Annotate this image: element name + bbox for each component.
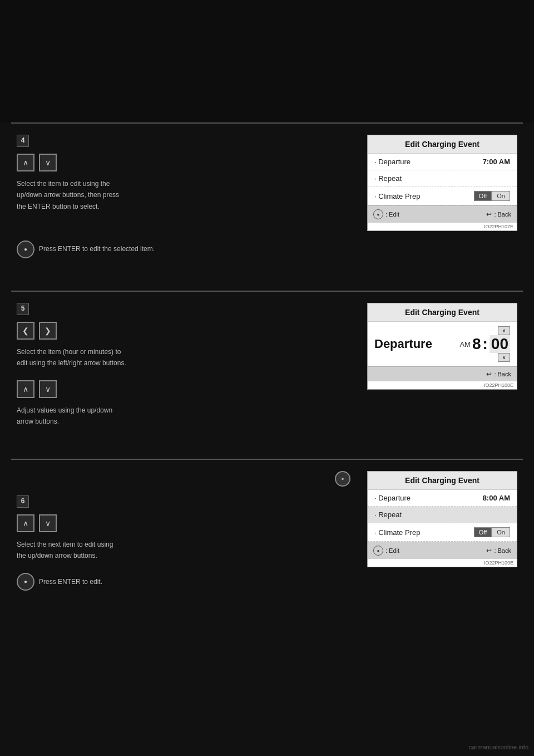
step-5-section: 5 ❮ ❯ Select the item (hour or minutes) … [0,292,534,459]
left-arrow-btn-5[interactable]: ❮ [17,322,34,340]
step-4-badge: 4 [17,135,29,147]
bottom-area [0,627,534,738]
step-5-text-1: Select the item (hour or minutes) to edi… [17,346,350,369]
departure-label-4: · Departure [374,158,411,166]
step-4-screen-area: Edit Charging Event · Departure 7:00 AM … [362,135,517,231]
step-6-ud-controls: ∧ ∨ [17,514,350,532]
screen-6-row-departure: · Departure 8:00 AM [368,490,517,507]
step-6-screen-area: Edit Charging Event · Departure 8:00 AM … [362,471,517,567]
image-id-4: IO22PH107E [368,223,517,230]
confirm-icon-6: ● [335,471,350,487]
step-4-section: 4 ∧ ∨ Select the item to edit using the … [0,124,534,291]
back-icon-6: ↩ [486,547,492,554]
image-id-6: IO22PH109E [368,559,517,567]
screen-4-row-departure: · Departure 7:00 AM [368,154,517,170]
screen-6-title: Edit Charging Event [368,472,517,490]
edit-footer-btn-4[interactable]: ● : Edit [373,209,399,219]
screen-6-frame: Edit Charging Event · Departure 8:00 AM … [367,471,517,567]
climate-label-4: · Climate Prep [374,192,420,200]
ampm-5: AM [459,340,471,348]
step-5-badge: 5 [17,303,29,315]
enter-text-4: Press ENTER to edit the selected item. [39,243,155,254]
time-down-arrow-5[interactable]: ∨ [498,353,510,362]
climate-toggle-4: Off On [474,191,510,201]
step-6-section: ● 6 ∧ ∨ Select the next item to edit usi… [0,460,534,627]
screen-4-row-climate: · Climate Prep Off On [368,187,517,205]
edit-footer-btn-6[interactable]: ● : Edit [373,546,399,556]
watermark: carmanualsonline.info [469,744,528,750]
enter-btn-4[interactable]: ● [17,240,34,258]
page-container: 4 ∧ ∨ Select the item to edit using the … [0,0,534,756]
toggle-on-6[interactable]: On [492,527,510,537]
colon-5: : [483,335,488,353]
screen-6-row-climate: · Climate Prep Off On [368,523,517,542]
toggle-on-4[interactable]: On [492,191,510,201]
step-6-badge: 6 [17,495,29,508]
down-arrow-btn[interactable]: ∨ [39,154,57,171]
step-4-text: Select the item to edit using the up/dow… [17,178,350,224]
departure-value-6: 8:00 AM [483,494,510,502]
time-display-5: AM 8 : 00 [459,335,510,353]
step-4-controls: ∧ ∨ [17,154,350,171]
minutes-5: 00 [490,335,510,353]
edit-icon-6: ● [373,546,383,556]
back-footer-btn-4[interactable]: ↩ : Back [486,210,511,218]
screen-6-row-repeat: · Repeat [368,507,517,523]
edit-label-6: : Edit [385,547,399,554]
repeat-label-6: · Repeat [374,510,402,519]
edit-label-4: : Edit [385,211,399,218]
screen-5-title: Edit Charging Event [368,303,517,322]
down-arrow-btn-6[interactable]: ∨ [39,514,57,532]
top-area [0,0,534,122]
step-6-instructions: ● 6 ∧ ∨ Select the next item to edit usi… [17,471,362,591]
toggle-off-6[interactable]: Off [474,527,492,537]
screen-5-frame: Edit Charging Event ∧ Departure AM 8 : 0… [367,303,517,390]
back-label-5: : Back [494,371,511,377]
enter-btn-6[interactable]: ● [17,573,34,591]
screen-4-row-repeat: · Repeat [368,170,517,187]
back-icon-4: ↩ [486,210,492,218]
image-id-5: IO22PH108E [368,381,517,389]
screen-4-footer: ● : Edit ↩ : Back [368,205,517,223]
screen-6-footer: ● : Edit ↩ : Back [368,542,517,559]
repeat-label-4: · Repeat [374,174,402,183]
back-label-6: : Back [494,547,511,554]
back-label-4: : Back [494,211,511,218]
step-5-text-2: Adjust values using the up/down arrow bu… [17,405,350,428]
climate-label-6: · Climate Prep [374,528,420,537]
up-arrow-btn-5[interactable]: ∧ [17,380,34,398]
time-up-arrow-5[interactable]: ∧ [498,326,510,335]
hour-5: 8 [472,335,481,353]
up-arrow-btn[interactable]: ∧ [17,154,34,171]
screen-5-footer: ↩ : Back [368,366,517,381]
step-5-instructions: 5 ❮ ❯ Select the item (hour or minutes) … [17,303,362,428]
screen-4-frame: Edit Charging Event · Departure 7:00 AM … [367,135,517,231]
edit-icon-4: ● [373,209,383,219]
step-5-screen-area: Edit Charging Event ∧ Departure AM 8 : 0… [362,303,517,390]
back-footer-btn-5[interactable]: ↩ : Back [486,370,511,378]
step-5-left-right-controls: ❮ ❯ [17,322,350,340]
step-5-ud-controls: ∧ ∨ [17,380,350,398]
departure-big-label-5: Departure [374,337,432,351]
screen-4-title: Edit Charging Event [368,135,517,154]
right-arrow-btn-5[interactable]: ❯ [39,322,57,340]
back-icon-5: ↩ [486,370,492,378]
step-6-text-1: Select the next item to edit using the u… [17,539,350,562]
down-arrow-btn-5[interactable]: ∨ [39,380,57,398]
enter-text-6: Press ENTER to edit. [39,576,102,587]
toggle-off-4[interactable]: Off [474,191,492,201]
climate-toggle-6: Off On [474,527,510,537]
departure-value-4: 7:00 AM [483,158,510,166]
up-arrow-btn-6[interactable]: ∧ [17,514,34,532]
step-4-instructions: 4 ∧ ∨ Select the item to edit using the … [17,135,362,258]
departure-label-6: · Departure [374,494,411,502]
back-footer-btn-6[interactable]: ↩ : Back [486,547,511,554]
